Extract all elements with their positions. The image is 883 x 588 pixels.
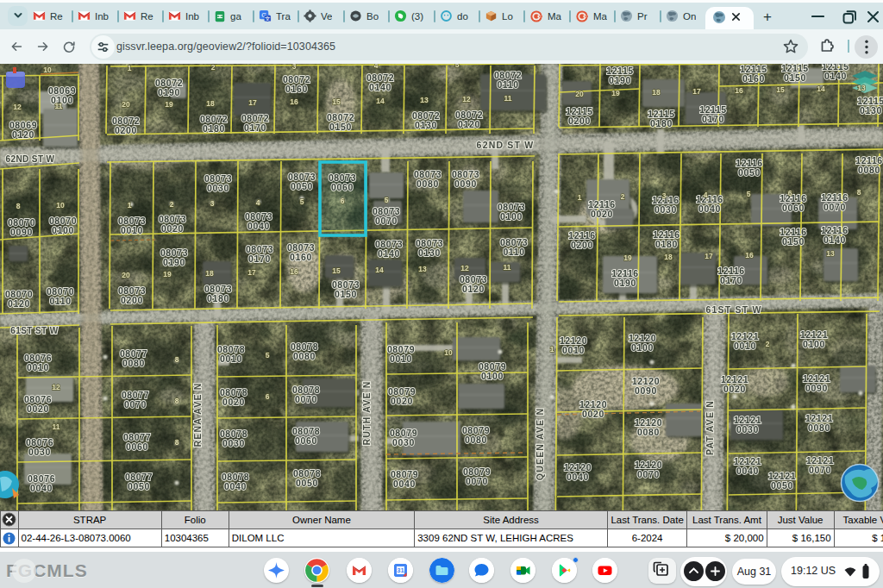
svg-text:0180: 0180 (203, 123, 225, 134)
svg-text:13: 13 (420, 96, 429, 104)
svg-text:0020: 0020 (591, 209, 613, 219)
svg-text:11: 11 (53, 422, 60, 431)
svg-text:0040: 0040 (567, 472, 589, 482)
svg-text:0150: 0150 (329, 122, 352, 132)
svg-text:16: 16 (290, 97, 298, 106)
svg-text:4: 4 (374, 64, 379, 70)
svg-text:19: 19 (163, 270, 172, 278)
svg-text:12: 12 (460, 264, 469, 272)
svg-text:16: 16 (745, 251, 754, 260)
svg-text:61ST ST W: 61ST ST W (705, 304, 761, 315)
svg-text:0180: 0180 (650, 118, 673, 128)
svg-text:0070: 0070 (809, 465, 831, 475)
svg-text:13: 13 (418, 265, 427, 273)
svg-text:0110: 0110 (497, 79, 518, 90)
svg-text:0030: 0030 (222, 438, 245, 448)
svg-text:0170: 0170 (248, 253, 271, 264)
svg-text:0010: 0010 (121, 225, 143, 235)
svg-text:0040: 0040 (698, 203, 721, 214)
svg-text:20: 20 (575, 90, 584, 98)
svg-text:0130: 0130 (860, 105, 882, 116)
svg-text:0190: 0190 (158, 87, 180, 97)
svg-text:0160: 0160 (742, 73, 765, 84)
svg-text:8: 8 (16, 202, 21, 210)
svg-text:2: 2 (211, 64, 216, 72)
svg-text:5: 5 (300, 197, 304, 206)
svg-text:6: 6 (788, 189, 792, 197)
svg-text:0040: 0040 (393, 479, 416, 489)
svg-text:62ND ST W: 62ND ST W (6, 154, 55, 164)
svg-text:0050: 0050 (738, 167, 761, 178)
svg-text:0120: 0120 (458, 119, 480, 129)
svg-text:0180: 0180 (655, 239, 678, 249)
svg-text:0080: 0080 (808, 422, 830, 433)
svg-text:0160: 0160 (285, 84, 308, 94)
svg-text:3: 3 (210, 199, 215, 208)
svg-text:0010: 0010 (390, 353, 412, 364)
svg-text:0130: 0130 (415, 120, 437, 130)
svg-text:0040: 0040 (247, 221, 270, 231)
svg-text:15: 15 (332, 266, 341, 275)
svg-text:0010: 0010 (220, 353, 242, 364)
svg-text:2: 2 (766, 340, 770, 348)
svg-text:0070: 0070 (375, 216, 398, 226)
svg-text:8: 8 (857, 188, 861, 197)
svg-text:18: 18 (206, 99, 215, 108)
svg-text:0190: 0190 (609, 75, 631, 85)
svg-text:13: 13 (857, 84, 866, 92)
svg-text:4: 4 (256, 198, 260, 207)
svg-text:5: 5 (455, 64, 460, 69)
svg-text:15: 15 (776, 85, 785, 94)
svg-text:0100: 0100 (803, 339, 825, 349)
svg-text:0080: 0080 (416, 178, 439, 189)
svg-text:1: 1 (578, 193, 582, 202)
svg-text:0140: 0140 (369, 82, 391, 92)
svg-text:0020: 0020 (723, 384, 746, 394)
svg-text:0010: 0010 (562, 345, 585, 355)
svg-text:0070: 0070 (466, 476, 488, 486)
svg-text:QUEEN AVE N: QUEEN AVE N (535, 408, 545, 480)
svg-text:0150: 0150 (782, 236, 805, 247)
svg-text:13: 13 (826, 249, 835, 258)
svg-text:0190: 0190 (614, 278, 636, 288)
svg-text:0070: 0070 (295, 394, 317, 404)
svg-text:18: 18 (664, 253, 673, 261)
svg-text:11: 11 (55, 102, 63, 110)
svg-text:0120: 0120 (462, 284, 485, 294)
svg-text:12: 12 (13, 103, 22, 111)
svg-text:17: 17 (692, 87, 701, 96)
svg-text:0040: 0040 (736, 466, 759, 476)
svg-text:8: 8 (175, 355, 179, 364)
svg-text:0120: 0120 (12, 129, 34, 140)
svg-text:RUTH AVE N: RUTH AVE N (361, 381, 372, 446)
svg-text:3: 3 (662, 191, 667, 200)
svg-text:0030: 0030 (28, 447, 51, 457)
svg-text:0040: 0040 (30, 483, 53, 493)
svg-text:0080: 0080 (858, 165, 880, 175)
svg-text:18: 18 (652, 88, 661, 97)
svg-text:5: 5 (385, 196, 389, 204)
svg-text:0010: 0010 (734, 341, 756, 351)
svg-text:1: 1 (128, 201, 132, 210)
svg-text:18: 18 (205, 269, 214, 278)
svg-text:0200: 0200 (115, 125, 137, 135)
svg-text:1: 1 (550, 345, 554, 353)
svg-text:0150: 0150 (784, 72, 806, 83)
svg-text:PAT AVE N: PAT AVE N (705, 400, 715, 455)
svg-text:16: 16 (290, 267, 298, 276)
svg-text:0070: 0070 (637, 469, 660, 479)
svg-text:31: 31 (397, 566, 404, 574)
svg-text:0010: 0010 (27, 362, 49, 372)
svg-text:10: 10 (43, 66, 52, 74)
svg-text:16: 16 (735, 86, 743, 95)
svg-text:0090: 0090 (805, 383, 828, 393)
svg-text:3: 3 (292, 64, 297, 71)
svg-text:0110: 0110 (49, 296, 71, 306)
svg-text:0060: 0060 (331, 182, 354, 192)
svg-text:0030: 0030 (207, 183, 229, 193)
svg-text:0020: 0020 (391, 396, 413, 406)
svg-text:17: 17 (247, 268, 256, 277)
svg-text:0170: 0170 (702, 114, 724, 124)
svg-text:0100: 0100 (631, 342, 654, 353)
svg-text:17: 17 (248, 98, 257, 107)
